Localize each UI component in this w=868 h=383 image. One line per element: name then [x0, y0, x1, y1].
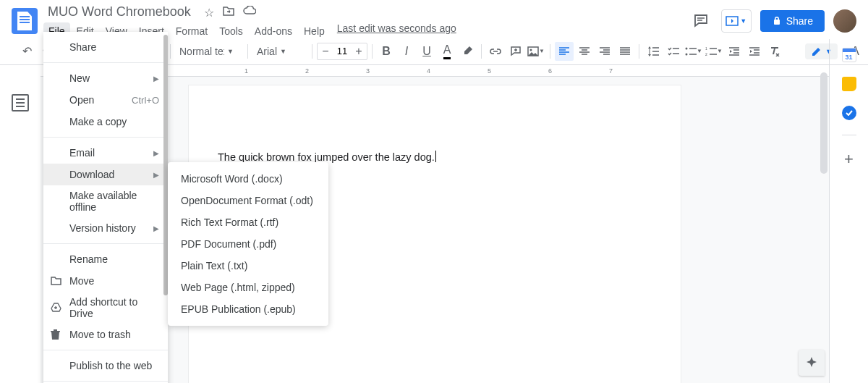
bullet-list-button[interactable]: ▼ [684, 42, 703, 61]
text-color-button[interactable]: A [438, 42, 456, 61]
menu-item-copy[interactable]: Make a copy [43, 111, 168, 132]
number-list-button[interactable]: 12▼ [705, 42, 723, 61]
download-epub[interactable]: EPUB Publication (.epub) [168, 298, 328, 320]
svg-point-4 [530, 49, 532, 51]
menu-item-version[interactable]: Version history▶ [43, 217, 168, 239]
menu-item-move[interactable]: Move [43, 270, 168, 292]
menu-item-email[interactable]: Email▶ [43, 142, 168, 164]
user-avatar[interactable] [833, 9, 856, 33]
menu-addons[interactable]: Add-ons [250, 22, 297, 40]
menu-item-trash[interactable]: Move to trash [43, 324, 168, 345]
vertical-scrollbar[interactable] [820, 65, 827, 383]
download-html[interactable]: Web Page (.html, zipped) [168, 277, 328, 298]
menu-item-publish[interactable]: Publish to the web [43, 355, 168, 376]
document-text: The quick brown fox jumped over the lazy… [218, 151, 436, 163]
drive-shortcut-icon [51, 303, 61, 313]
checklist-button[interactable] [664, 42, 683, 61]
present-button[interactable]: ▼ [721, 9, 752, 33]
cloud-status-icon[interactable] [243, 6, 256, 20]
explore-button[interactable] [799, 350, 825, 376]
link-button[interactable] [486, 42, 505, 61]
menu-item-open[interactable]: OpenCtrl+O [43, 89, 168, 111]
menu-help[interactable]: Help [299, 22, 330, 40]
docs-logo-icon[interactable] [12, 8, 38, 34]
last-edit-link[interactable]: Last edit was seconds ago [337, 22, 456, 40]
bold-button[interactable]: B [377, 42, 396, 61]
add-comment-button[interactable] [506, 42, 525, 61]
document-title[interactable]: MUO Word Chromebook [43, 3, 195, 21]
clear-format-button[interactable] [765, 42, 784, 61]
indent-increase-button[interactable] [745, 42, 764, 61]
svg-rect-1 [774, 20, 780, 25]
submenu-arrow-icon: ▶ [153, 224, 159, 232]
trash-icon [51, 329, 60, 340]
align-right-button[interactable] [595, 42, 614, 61]
file-menu-dropdown: Share New▶ OpenCtrl+O Make a copy Email▶… [43, 32, 168, 383]
menu-tools[interactable]: Tools [214, 22, 248, 40]
align-left-button[interactable] [555, 42, 574, 61]
submenu-arrow-icon: ▶ [153, 171, 159, 179]
svg-point-5 [686, 47, 688, 49]
download-docx[interactable]: Microsoft Word (.docx) [168, 168, 328, 190]
svg-text:2: 2 [705, 52, 707, 56]
move-icon[interactable] [223, 6, 234, 20]
svg-text:1: 1 [705, 47, 707, 51]
font-size-control: − + [317, 43, 367, 60]
comments-icon[interactable] [689, 9, 712, 33]
submenu-arrow-icon: ▶ [153, 75, 159, 83]
download-rtf[interactable]: Rich Text Format (.rtf) [168, 211, 328, 233]
menu-item-offline[interactable]: Make available offline [43, 185, 168, 217]
menu-item-download[interactable]: Download▶ [43, 164, 168, 185]
insert-image-button[interactable]: ▼ [527, 42, 545, 61]
svg-point-6 [686, 53, 688, 55]
menu-item-new[interactable]: New▶ [43, 67, 168, 89]
star-icon[interactable]: ☆ [204, 6, 214, 20]
font-select[interactable]: Arial▼ [252, 43, 307, 60]
undo-button[interactable]: ↶ [17, 42, 36, 61]
download-submenu: Microsoft Word (.docx) OpenDocument Form… [168, 162, 328, 326]
folder-icon [51, 277, 61, 285]
outline-toggle-icon[interactable] [12, 94, 29, 111]
align-justify-button[interactable] [616, 42, 634, 61]
menu-item-share[interactable]: Share [43, 36, 168, 58]
font-size-increase[interactable]: + [351, 43, 367, 59]
keep-icon[interactable] [842, 77, 856, 91]
menu-item-shortcut[interactable]: Add shortcut to Drive [43, 292, 168, 324]
download-odt[interactable]: OpenDocument Format (.odt) [168, 190, 328, 211]
menu-format[interactable]: Format [171, 22, 213, 40]
side-panel: 31 + [829, 39, 868, 383]
submenu-arrow-icon: ▶ [153, 149, 159, 157]
align-center-button[interactable] [575, 42, 594, 61]
tasks-icon[interactable] [842, 106, 856, 120]
share-button[interactable]: Share [760, 10, 825, 32]
line-spacing-button[interactable] [644, 42, 663, 61]
indent-decrease-button[interactable] [725, 42, 744, 61]
svg-rect-2 [461, 56, 473, 57]
add-addon-icon[interactable]: + [844, 150, 854, 169]
download-pdf[interactable]: PDF Document (.pdf) [168, 233, 328, 255]
italic-button[interactable]: I [397, 42, 416, 61]
highlight-button[interactable] [458, 42, 477, 61]
font-size-input[interactable] [333, 46, 351, 56]
font-size-decrease[interactable]: − [318, 43, 333, 59]
download-txt[interactable]: Plain Text (.txt) [168, 255, 328, 277]
calendar-icon[interactable]: 31 [842, 48, 856, 62]
underline-button[interactable]: U [417, 42, 436, 61]
menu-item-rename[interactable]: Rename [43, 248, 168, 270]
style-select[interactable]: Normal text▼ [175, 43, 243, 60]
